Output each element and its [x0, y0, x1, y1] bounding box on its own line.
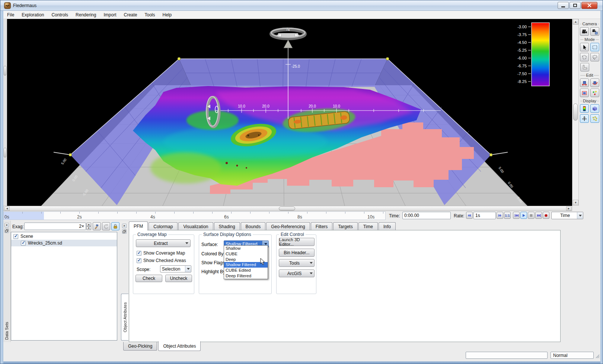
- viewport-vscrollbar[interactable]: ▲ ▼: [572, 19, 578, 206]
- elevation-label: -25.0: [291, 64, 300, 68]
- tree-item-scene[interactable]: Scene: [11, 232, 117, 240]
- scroll-right-icon[interactable]: ►: [566, 207, 571, 211]
- undo-button[interactable]: [102, 222, 110, 230]
- show-checked-areas-checkbox[interactable]: [137, 258, 141, 263]
- tab-pfm[interactable]: PFM: [129, 221, 148, 230]
- tab-time[interactable]: Time: [358, 222, 378, 230]
- stop-button[interactable]: [528, 212, 535, 219]
- menu-rendering[interactable]: Rendering: [72, 11, 100, 19]
- show-coverage-map-checkbox[interactable]: [137, 251, 141, 256]
- rate-one-to-one-button[interactable]: 1:1: [504, 212, 511, 219]
- scroll-up-icon[interactable]: ▲: [573, 19, 578, 25]
- minimize-button[interactable]: [558, 2, 569, 9]
- pointer-mode-button[interactable]: [580, 43, 589, 51]
- display-points-button[interactable]: [590, 114, 599, 123]
- uncheck-button[interactable]: Uncheck: [165, 275, 192, 282]
- menu-import[interactable]: Import: [100, 11, 120, 19]
- apply-exag-button[interactable]: [93, 222, 101, 230]
- exaggeration-field[interactable]: [24, 223, 86, 230]
- tab-shading[interactable]: Shading: [214, 222, 240, 230]
- tab-geo-referencing[interactable]: Geo-Referencing: [266, 222, 310, 230]
- rate-input[interactable]: [474, 212, 495, 219]
- launch-3d-editor-button[interactable]: Launch 3D Editor...: [279, 238, 315, 246]
- tree-item-wrecks[interactable]: Wrecks_25cm.sd: [11, 240, 117, 246]
- dropdown-item-shallow[interactable]: Shallow: [224, 246, 268, 251]
- edit-translate-button[interactable]: [580, 79, 589, 87]
- attributes-close-icon[interactable]: ✕: [122, 224, 127, 228]
- vscroll-thumb[interactable]: [573, 103, 578, 121]
- menu-file[interactable]: File: [3, 11, 18, 19]
- 3d-scene[interactable]: 10.0 20.0 20.0 10.0 -25.0 N: [7, 19, 572, 206]
- wrecks-checkbox[interactable]: [21, 241, 26, 246]
- scope-combo[interactable]: Selection: [160, 265, 191, 272]
- exaggeration-stepper[interactable]: ▲ ▼: [86, 223, 91, 230]
- attributes-float-icon[interactable]: [122, 229, 127, 234]
- display-axes-button[interactable]: [580, 114, 589, 123]
- time-field[interactable]: [402, 212, 451, 219]
- display-colorbar-button[interactable]: [580, 104, 589, 113]
- time-mode-combo[interactable]: Time: [551, 212, 583, 219]
- dropdown-item-cube[interactable]: CUBE: [224, 251, 268, 257]
- lasso-select-mode-button[interactable]: [590, 53, 599, 61]
- splitter-grip-upper[interactable]: [4, 66, 6, 76]
- camera-object-button[interactable]: [590, 27, 599, 36]
- rate-field[interactable]: [473, 212, 496, 219]
- camera-button[interactable]: [580, 27, 589, 36]
- scope-combo-arrow-icon[interactable]: [185, 266, 191, 272]
- datasets-float-icon[interactable]: [4, 229, 9, 233]
- dropdown-item-deep-filtered[interactable]: Deep Filtered: [224, 273, 268, 279]
- rect-select-mode-button[interactable]: [590, 43, 599, 51]
- timeline-ruler[interactable]: 0s 2s 4s 6s 8s 10s: [3, 211, 386, 220]
- menu-exploration[interactable]: Exploration: [18, 11, 48, 19]
- menu-help[interactable]: Help: [159, 11, 176, 19]
- tools-button[interactable]: Tools: [279, 259, 315, 267]
- exaggeration-input[interactable]: [25, 223, 86, 230]
- rate-decrease-button[interactable]: [466, 212, 473, 219]
- tab-object-attributes[interactable]: Object Attributes: [158, 341, 201, 351]
- show-checked-areas-row[interactable]: Show Checked Areas: [137, 258, 186, 263]
- tab-visualization[interactable]: Visualization: [178, 222, 213, 230]
- datasets-vertical-tab[interactable]: Data Sets: [4, 314, 9, 340]
- extract-button[interactable]: Extract: [136, 239, 191, 247]
- display-box-button[interactable]: [590, 104, 599, 113]
- attributes-vertical-tab[interactable]: Object Attributes: [121, 294, 128, 341]
- tab-info[interactable]: Info: [379, 222, 396, 230]
- close-button[interactable]: [581, 2, 597, 9]
- scroll-down-icon[interactable]: ▼: [573, 200, 578, 205]
- edit-bounds-button[interactable]: [580, 89, 589, 97]
- viewport-hscrollbar[interactable]: ◄ ►: [3, 206, 572, 211]
- play-button[interactable]: [520, 212, 527, 219]
- menu-create[interactable]: Create: [120, 11, 141, 19]
- maximize-button[interactable]: [570, 2, 581, 9]
- splitter-grip-lower[interactable]: [4, 148, 6, 157]
- skip-end-button[interactable]: [535, 212, 542, 219]
- tab-filters[interactable]: Filters: [311, 222, 333, 230]
- measure-mode-button[interactable]: [580, 63, 589, 71]
- menu-tools[interactable]: Tools: [141, 11, 159, 19]
- record-button[interactable]: [543, 212, 549, 219]
- edit-points-button[interactable]: [590, 89, 599, 97]
- rate-increase-button[interactable]: [497, 212, 503, 219]
- polygon-select-mode-button[interactable]: [580, 53, 589, 61]
- check-button[interactable]: Check: [135, 275, 162, 282]
- show-coverage-map-row[interactable]: Show Coverage Map: [137, 250, 185, 256]
- title-bar[interactable]: Fledermaus: [0, 0, 603, 11]
- tab-targets[interactable]: Targets: [333, 222, 357, 230]
- hscroll-thumb[interactable]: [279, 207, 295, 211]
- tab-geo-picking[interactable]: Geo-Picking: [123, 342, 157, 351]
- edit-rotate-button[interactable]: [590, 79, 599, 87]
- datasets-close-icon[interactable]: ✕: [4, 223, 9, 227]
- tab-bounds[interactable]: Bounds: [241, 222, 266, 230]
- combo-arrow-icon[interactable]: [577, 212, 583, 219]
- tab-colormap[interactable]: Colormap: [149, 222, 178, 230]
- lock-button[interactable]: [111, 222, 119, 230]
- scene-checkbox[interactable]: [13, 234, 18, 239]
- resize-grip-icon[interactable]: [595, 354, 600, 359]
- scroll-left-icon[interactable]: ◄: [4, 207, 10, 211]
- menu-controls[interactable]: Controls: [48, 11, 72, 19]
- skip-start-button[interactable]: [513, 212, 520, 219]
- bin-header-button[interactable]: Bin Header...: [279, 249, 315, 257]
- time-input[interactable]: [403, 212, 450, 219]
- dropdown-item-cube-edited[interactable]: CUBE Edited: [224, 268, 268, 273]
- arcgis-button[interactable]: ArcGIS: [279, 269, 315, 277]
